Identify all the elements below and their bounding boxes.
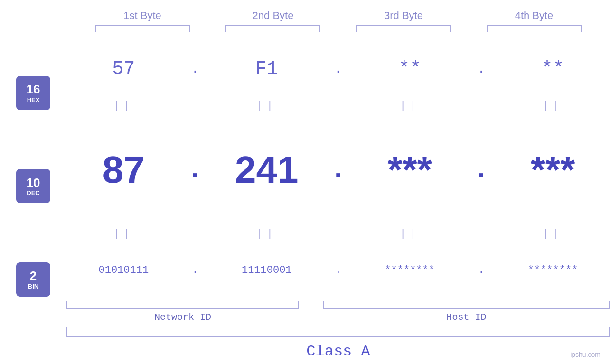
top-bracket-3 [356, 25, 451, 32]
hex-badge: 16 HEX [16, 76, 50, 110]
hex-badge-label: HEX [27, 96, 40, 103]
dec-badge-label: DEC [27, 189, 39, 196]
top-bracket-row [77, 25, 600, 32]
dec-dot-1: . [186, 151, 205, 188]
large-bottom-bracket [66, 327, 610, 337]
byte-headers-row: 1st Byte 2nd Byte 3rd Byte 4th Byte [77, 9, 600, 22]
bin-dot-2: . [328, 264, 347, 276]
dec-byte4: *** [501, 148, 605, 192]
bin-badge-num: 2 [30, 269, 37, 283]
sep-1-b3: || [357, 100, 462, 112]
class-label: Class A [66, 343, 610, 360]
hex-byte3: ** [357, 58, 462, 80]
hex-row: 57 . F1 . ** . ** [66, 42, 610, 96]
top-bracket-1 [95, 25, 190, 32]
sep-2-b1: || [71, 228, 176, 240]
dec-byte3: *** [357, 148, 462, 192]
bin-badge: 2 BIN [16, 262, 50, 297]
dec-dot-2: . [328, 151, 347, 188]
dec-row: 87 . 241 . *** . *** [66, 115, 610, 224]
sep-1-b1: || [71, 100, 176, 112]
dec-dot-3: . [472, 151, 491, 188]
hex-byte2: F1 [215, 58, 319, 80]
byte-header-2: 2nd Byte [221, 9, 325, 22]
sep-1-b2: || [215, 100, 319, 112]
network-id-bracket [66, 301, 299, 309]
top-bracket-2 [225, 25, 320, 32]
top-bracket-4 [487, 25, 582, 32]
byte-header-4: 4th Byte [482, 9, 586, 22]
bin-byte3: ******** [357, 264, 462, 276]
bin-badge-label: BIN [28, 283, 38, 290]
badges-column: 16 HEX 10 DEC 2 BIN [0, 37, 66, 364]
hex-dot-2: . [328, 62, 347, 76]
hex-dot-3: . [472, 62, 491, 76]
sep-2-b3: || [357, 228, 462, 240]
sep-1-b4: || [501, 100, 605, 112]
bin-dot-1: . [186, 264, 205, 276]
bin-byte1: 01010111 [71, 264, 176, 276]
bin-byte4: ******** [501, 264, 605, 276]
sep-row-2: || || || || [66, 224, 610, 243]
large-bracket-container [66, 327, 610, 337]
main-container: 1st Byte 2nd Byte 3rd Byte 4th Byte 16 H… [0, 0, 610, 364]
bin-row: 01010111 . 11110001 . ******** . *******… [66, 243, 610, 298]
bottom-bracket-container [66, 301, 610, 309]
byte-header-3: 3rd Byte [351, 9, 456, 22]
sep-2-b2: || [215, 228, 319, 240]
dec-byte2: 241 [215, 148, 319, 192]
dec-byte1: 87 [71, 148, 176, 192]
main-content-area: 16 HEX 10 DEC 2 BIN 57 . F1 . ** . ** [0, 37, 610, 364]
bracket-gap [299, 301, 323, 309]
id-label-gap [299, 312, 323, 323]
hex-dot-1: . [186, 62, 205, 76]
hex-byte1: 57 [71, 58, 176, 80]
hex-byte4: ** [501, 58, 605, 80]
byte-header-1: 1st Byte [90, 9, 195, 22]
bin-byte2: 11110001 [215, 264, 319, 276]
sep-2-b4: || [501, 228, 605, 240]
hex-badge-num: 16 [27, 83, 40, 96]
network-id-label: Network ID [66, 312, 299, 323]
host-id-bracket [323, 301, 610, 309]
id-labels-row: Network ID Host ID [66, 312, 610, 323]
bin-dot-3: . [472, 264, 491, 276]
dec-badge-num: 10 [27, 176, 40, 190]
watermark: ipshu.com [570, 351, 601, 358]
sep-row-1: || || || || [66, 96, 610, 115]
dec-badge: 10 DEC [16, 169, 50, 203]
values-section: 57 . F1 . ** . ** || || || || 87 [66, 37, 610, 364]
host-id-label: Host ID [323, 312, 610, 323]
